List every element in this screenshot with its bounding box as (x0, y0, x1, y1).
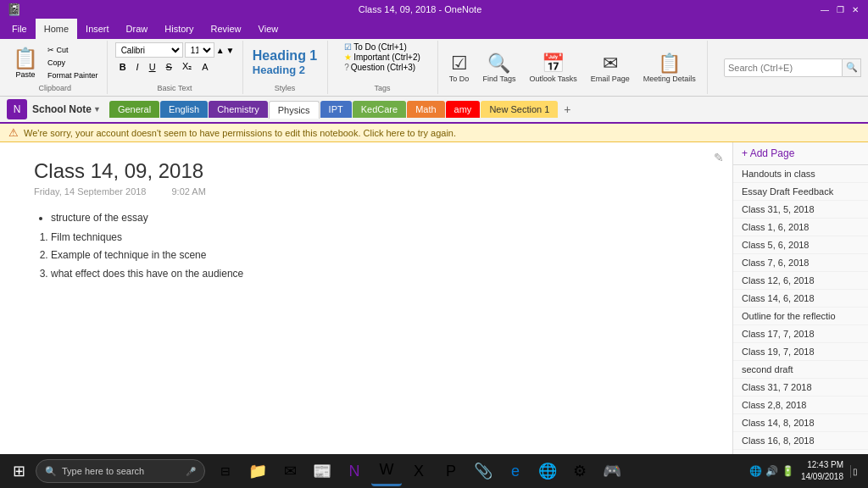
question-tag[interactable]: ? Question (Ctrl+3) (344, 63, 415, 72)
page-item[interactable]: Class 2,8, 2018 (733, 396, 868, 414)
taskbar-search[interactable]: 🔍 Type here to search 🎤 (36, 459, 205, 483)
add-page-button[interactable]: + Add Page (733, 142, 868, 165)
increase-font[interactable]: ▲ (216, 46, 225, 55)
subscript-button[interactable]: X₂ (178, 59, 196, 74)
font-color-button[interactable]: A (198, 60, 212, 74)
page-item[interactable]: Class 17, 7, 2018 (733, 325, 868, 343)
tab-kedcare[interactable]: KedCare (353, 101, 406, 118)
title-bar: 📓 Class 14, 09, 2018 - OneNote — ❐ ✕ (0, 0, 868, 19)
edge-button[interactable]: e (500, 456, 531, 486)
todo-action-button[interactable]: ☑ To Do (443, 48, 476, 87)
todo-tag[interactable]: ☑ To Do (Ctrl+1) (344, 42, 407, 52)
heading1-style[interactable]: Heading 1 (253, 47, 317, 64)
page-item[interactable]: Class 14, 6, 2018 (733, 290, 868, 308)
tab-insert[interactable]: Insert (77, 19, 118, 39)
italic-button[interactable]: I (132, 60, 143, 74)
games-button[interactable]: 🎮 (597, 456, 627, 486)
page-item[interactable]: Class 19, 7, 2018 (733, 343, 868, 361)
word-button[interactable]: W (371, 456, 402, 486)
page-item[interactable]: Outline for the reflectio (733, 308, 868, 325)
tab-amy[interactable]: amy (446, 101, 481, 118)
strikethrough-button[interactable]: S (162, 60, 176, 74)
tab-file[interactable]: File (3, 19, 36, 39)
underline-button[interactable]: U (145, 60, 160, 74)
paste-button[interactable]: 📋 Paste (8, 42, 42, 82)
search-button[interactable]: 🔍 (843, 58, 861, 77)
decrease-font[interactable]: ▼ (226, 46, 235, 55)
outlook-tasks-button[interactable]: 📅 Outlook Tasks (523, 48, 582, 87)
page-item[interactable]: Handouts in class (733, 165, 868, 183)
restore-button[interactable]: ❐ (834, 3, 846, 15)
tab-chemistry[interactable]: Chemistry (209, 101, 268, 118)
tab-math[interactable]: Math (407, 101, 444, 118)
search-input[interactable] (724, 58, 843, 77)
styles-label: Styles (275, 82, 296, 92)
tab-english[interactable]: English (160, 101, 208, 118)
tab-add-button[interactable]: + (559, 101, 576, 118)
note-content: structure of the essay Film techniques E… (34, 210, 698, 282)
page-item[interactable]: Class 31, 5, 2018 (733, 201, 868, 219)
list-item: Film techniques (51, 230, 698, 246)
list-item: Example of technique in the scene (51, 247, 698, 263)
find-tags-button[interactable]: 🔍 Find Tags (477, 48, 522, 87)
email-page-button[interactable]: ✉ Email Page (585, 48, 636, 87)
tab-history[interactable]: History (156, 19, 202, 39)
start-button[interactable]: ⊞ (3, 456, 34, 486)
copy-button[interactable]: Copy (44, 57, 102, 69)
news-button[interactable]: 📰 (307, 456, 337, 486)
show-desktop-button[interactable]: ▯ (850, 465, 860, 478)
taskbar-clock[interactable]: 12:43 PM 14/09/2018 (801, 459, 843, 483)
taskview-button[interactable]: ⊟ (210, 456, 241, 486)
page-item[interactable]: Class 12, 6, 2018 (733, 272, 868, 290)
edit-icon[interactable]: ✎ (714, 151, 724, 164)
page-item[interactable]: Class 31, 7 2018 (733, 379, 868, 396)
font-size-selector[interactable]: 11 (185, 42, 214, 58)
onenote-button[interactable]: N (339, 456, 370, 486)
warning-bar[interactable]: ⚠ We're sorry, your account doesn't seem… (0, 124, 868, 142)
basic-text-label: Basic Text (158, 82, 192, 92)
tab-review[interactable]: Review (203, 19, 250, 39)
mic-icon: 🎤 (186, 467, 196, 476)
tab-newsection[interactable]: New Section 1 (481, 101, 558, 118)
tab-home[interactable]: Home (36, 19, 77, 39)
powerpoint-button[interactable]: P (436, 456, 466, 486)
page-item[interactable]: Class 7, 6, 2018 (733, 254, 868, 272)
tab-draw[interactable]: Draw (118, 19, 157, 39)
explorer-button[interactable]: 📁 (242, 456, 273, 486)
font-selector[interactable]: Calibri (115, 42, 183, 58)
office-button[interactable]: 📎 (468, 456, 498, 486)
page-meta: Friday, 14 September 2018 9:02 AM (34, 186, 698, 197)
network-icon[interactable]: 🌐 (749, 465, 762, 477)
minimize-button[interactable]: — (819, 3, 831, 15)
important-tag[interactable]: ★ Important (Ctrl+2) (344, 53, 420, 62)
chrome-button[interactable]: 🌐 (532, 456, 563, 486)
mail-button[interactable]: ✉ (275, 456, 305, 486)
list-item: what effect does this have on the audien… (51, 266, 698, 282)
volume-icon[interactable]: 🔊 (765, 465, 778, 477)
tab-view[interactable]: View (250, 19, 287, 39)
page-item[interactable]: Class 14, 8, 2018 (733, 414, 868, 432)
notebook-icon: N (7, 99, 27, 119)
page-time: 9:02 AM (171, 186, 205, 197)
close-button[interactable]: ✕ (849, 3, 861, 15)
excel-button[interactable]: X (403, 456, 434, 486)
battery-icon[interactable]: 🔋 (782, 465, 794, 477)
notebook-name[interactable]: School Note (32, 103, 92, 115)
heading2-style[interactable]: Heading 2 (253, 64, 317, 77)
page-item[interactable]: second draft (733, 361, 868, 379)
tab-physics[interactable]: Physics (269, 101, 320, 119)
clipboard-sub: ✂ Cut Copy Format Painter (44, 42, 102, 82)
search-icon: 🔍 (45, 466, 57, 477)
page-item[interactable]: Class 1, 6, 2018 (733, 219, 868, 236)
page-item[interactable]: Class 5, 6, 2018 (733, 236, 868, 254)
format-painter-button[interactable]: Format Painter (44, 69, 102, 81)
settings-button[interactable]: ⚙ (565, 456, 595, 486)
notebook-dropdown-arrow[interactable]: ▼ (93, 105, 101, 114)
bold-button[interactable]: B (115, 60, 131, 74)
tab-general[interactable]: General (109, 101, 159, 118)
tab-ipt[interactable]: IPT (320, 101, 352, 118)
meeting-details-button[interactable]: 📋 Meeting Details (637, 48, 702, 87)
page-item[interactable]: Class 16, 8, 2018 (733, 432, 868, 450)
cut-button[interactable]: ✂ Cut (44, 44, 102, 56)
page-item[interactable]: Essay Draft Feedback (733, 183, 868, 201)
